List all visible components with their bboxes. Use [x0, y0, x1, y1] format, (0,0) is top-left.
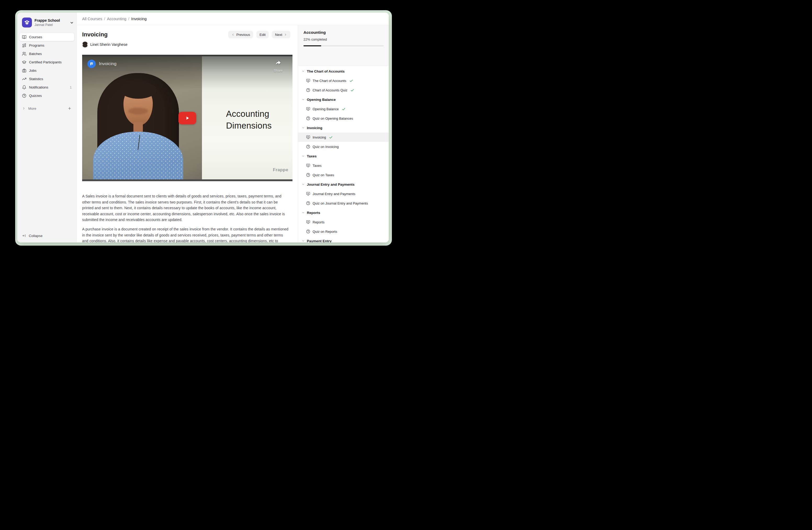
progress-label: 22% completed — [303, 38, 383, 41]
chapter-row[interactable]: Journal Entry and Payments — [298, 180, 389, 189]
sidebar-item-notifications[interactable]: Notifications1 — [19, 83, 74, 92]
course-outline-panel: Accounting 22% completed The Chart of Ac… — [298, 25, 389, 242]
lesson-title: Chart of Accounts Quiz — [313, 88, 347, 92]
play-button[interactable] — [178, 112, 196, 124]
chevron-down-icon — [302, 70, 305, 73]
chevron-down-icon — [69, 20, 73, 25]
top-bar: All Courses / Accounting / Invoicing — [77, 13, 389, 25]
sidebar-item-courses[interactable]: Courses — [19, 33, 74, 41]
breadcrumb-course[interactable]: Accounting — [107, 16, 126, 21]
video-lesson-row[interactable]: The Chart of Accounts — [298, 76, 389, 85]
lesson-paragraph: A Sales invoice is a formal document sen… — [82, 193, 289, 223]
more-label: More — [28, 107, 65, 111]
help-circle-icon — [22, 94, 26, 98]
sidebar-item-label: Quizzes — [29, 94, 72, 98]
video-player[interactable]: Accounting Dimensions Invo — [82, 55, 292, 181]
chapter-row[interactable]: Invoicing — [298, 123, 389, 132]
chapter-row[interactable]: Payment Entry — [298, 236, 389, 242]
chapter-title: The Chart of Accounts — [307, 69, 345, 73]
video-thumbnail: Accounting Dimensions Invo — [82, 56, 292, 179]
sidebar-item-label: Statistics — [29, 77, 72, 81]
workspace-user: Jannat Patel — [34, 23, 67, 27]
share-button[interactable]: Share — [274, 59, 282, 72]
monitor-play-icon — [306, 192, 310, 196]
monitor-play-icon — [306, 79, 310, 83]
quiz-lesson-row[interactable]: Quiz on Reports — [298, 227, 389, 236]
video-lesson-row[interactable]: Taxes — [298, 161, 389, 170]
author-row: Linet Sherin Varghese — [82, 42, 290, 47]
sidebar-item-label: Jobs — [29, 69, 72, 72]
video-lesson-row[interactable]: Invoicing — [298, 132, 389, 142]
monitor-play-icon — [306, 135, 310, 139]
sidebar-collapse-button[interactable]: Collapse — [19, 232, 74, 240]
quiz-lesson-row[interactable]: Quiz on Taxes — [298, 170, 389, 180]
plus-icon[interactable] — [68, 106, 72, 111]
sidebar-item-jobs[interactable]: Jobs — [19, 67, 74, 75]
share-arrow-icon — [275, 59, 281, 66]
video-channel-row: Invoicing — [87, 60, 116, 68]
frappe-school-logo — [22, 17, 32, 28]
lesson-title: Journal Entry and Payments — [313, 192, 355, 196]
video-letterbox-bottom — [82, 179, 292, 181]
chapter-row[interactable]: Opening Balance — [298, 95, 389, 104]
lesson-title: Quiz on Journal Entry and Payments — [313, 201, 368, 205]
sidebar-item-statistics[interactable]: Statistics — [19, 75, 74, 83]
video-lesson-row[interactable]: Opening Balance — [298, 104, 389, 114]
chevron-right-icon — [22, 107, 26, 110]
briefcase-icon — [22, 68, 26, 73]
outline-header: Accounting 22% completed — [298, 25, 389, 66]
left-sidebar: Frappe School Jannat Patel CoursesProgra… — [17, 13, 77, 242]
quiz-lesson-row[interactable]: Quiz on Opening Balances — [298, 114, 389, 123]
chevron-down-icon — [302, 211, 305, 214]
chevron-down-icon — [302, 98, 305, 101]
previous-button[interactable]: Previous — [228, 31, 253, 38]
bell-icon — [22, 85, 26, 89]
edit-button[interactable]: Edit — [256, 31, 269, 38]
video-lesson-row[interactable]: Journal Entry and Payments — [298, 189, 389, 198]
chapter-title: Payment Entry — [307, 239, 332, 243]
lesson-body-text: A Sales invoice is a formal document sen… — [82, 193, 289, 242]
sidebar-item-programs[interactable]: Programs — [19, 41, 74, 50]
breadcrumb-all-courses[interactable]: All Courses — [82, 16, 102, 21]
help-circle-icon — [306, 201, 310, 205]
page-title: Invoicing — [82, 31, 228, 38]
users-icon — [22, 52, 26, 56]
workspace-switcher[interactable]: Frappe School Jannat Patel — [17, 13, 76, 29]
chapter-title: Journal Entry and Payments — [307, 182, 354, 186]
chevron-down-icon — [302, 154, 305, 158]
video-title[interactable]: Invoicing — [99, 61, 116, 67]
app-window: Frappe School Jannat Patel CoursesProgra… — [17, 13, 389, 242]
share-label: Share — [274, 69, 282, 72]
lesson-title: Quiz on Invoicing — [313, 145, 339, 149]
chapter-row[interactable]: Taxes — [298, 151, 389, 161]
check-icon — [342, 107, 346, 111]
next-button[interactable]: Next — [272, 31, 290, 38]
video-lesson-row[interactable]: Reports — [298, 217, 389, 227]
sidebar-item-quizzes[interactable]: Quizzes — [19, 92, 74, 100]
quiz-lesson-row[interactable]: Quiz on Invoicing — [298, 142, 389, 151]
play-icon — [184, 115, 191, 122]
sidebar-item-certified-participants[interactable]: Certified Participants — [19, 58, 74, 66]
chapter-title: Opening Balance — [307, 98, 336, 102]
notification-count-badge: 1 — [70, 85, 72, 89]
workspace-text: Frappe School Jannat Patel — [34, 18, 67, 27]
author-avatar — [82, 42, 88, 47]
chapter-row[interactable]: Reports — [298, 208, 389, 217]
lesson-title: Opening Balance — [313, 107, 339, 111]
channel-avatar[interactable] — [87, 60, 96, 68]
sidebar-nav: CoursesProgramsBatchesCertified Particip… — [17, 29, 76, 100]
outline-list: The Chart of AccountsThe Chart of Accoun… — [298, 66, 389, 242]
quiz-lesson-row[interactable]: Chart of Accounts Quiz — [298, 85, 389, 95]
lesson-title: Invoicing — [313, 135, 326, 139]
lesson-title: The Chart of Accounts — [313, 79, 346, 83]
sidebar-item-label: Programs — [29, 43, 72, 47]
sidebar-more[interactable]: More — [17, 104, 76, 112]
chevron-down-icon — [302, 239, 305, 242]
check-icon — [349, 79, 353, 83]
lesson-title: Reports — [313, 220, 325, 224]
chapter-row[interactable]: The Chart of Accounts — [298, 67, 389, 76]
progress-bar — [303, 45, 384, 46]
sidebar-item-batches[interactable]: Batches — [19, 50, 74, 58]
help-circle-icon — [306, 173, 310, 177]
quiz-lesson-row[interactable]: Quiz on Journal Entry and Payments — [298, 198, 389, 208]
